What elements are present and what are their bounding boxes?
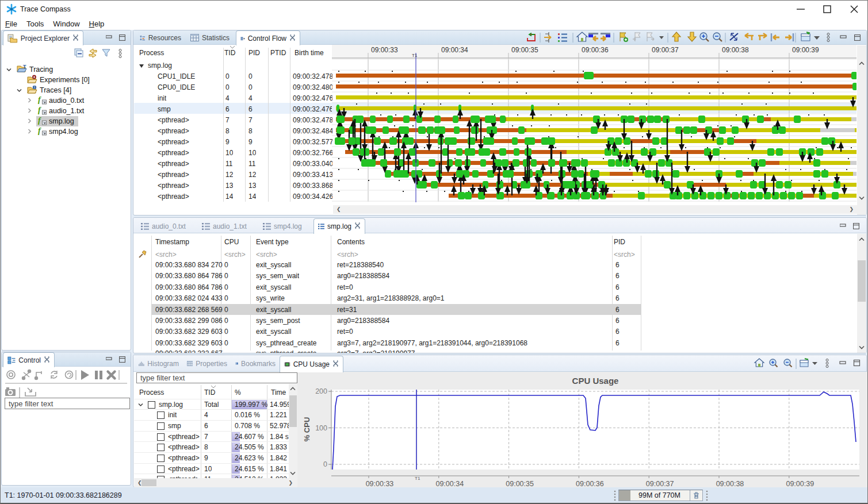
- svg-text:f: f: [38, 116, 41, 125]
- svg-text:09:00:34: 09:00:34: [435, 480, 464, 488]
- svg-text:f: f: [38, 126, 41, 135]
- svg-text:09:00:33: 09:00:33: [366, 480, 394, 488]
- svg-text:09:00:36: 09:00:36: [582, 46, 609, 54]
- svg-text:09:00:37: 09:00:37: [652, 46, 679, 54]
- svg-text:100: 100: [315, 424, 327, 432]
- svg-text:09:00:37: 09:00:37: [646, 480, 674, 488]
- svg-text:% CPU: % CPU: [303, 417, 311, 442]
- svg-text:09:00:38: 09:00:38: [722, 46, 749, 54]
- svg-text:09:00:35: 09:00:35: [511, 46, 538, 54]
- svg-text:200: 200: [315, 387, 327, 395]
- svg-text:09:00:33: 09:00:33: [371, 46, 398, 54]
- svg-text:T: T: [23, 64, 26, 70]
- svg-text:09:00:39: 09:00:39: [792, 46, 819, 54]
- svg-text:f: f: [38, 95, 41, 104]
- svg-text:09:00:34: 09:00:34: [441, 46, 468, 54]
- svg-text:T1: T1: [415, 476, 420, 481]
- svg-text:09:00:39: 09:00:39: [786, 480, 814, 488]
- svg-text:i: i: [34, 85, 35, 89]
- svg-text:0: 0: [323, 460, 327, 468]
- svg-text:T1: T1: [412, 53, 418, 58]
- svg-text:f: f: [38, 106, 41, 114]
- svg-text:09:00:35: 09:00:35: [506, 480, 534, 488]
- svg-text:09:00:36: 09:00:36: [576, 480, 604, 488]
- svg-text:CPU Usage: CPU Usage: [572, 376, 619, 386]
- svg-text:09:00:38: 09:00:38: [716, 480, 744, 488]
